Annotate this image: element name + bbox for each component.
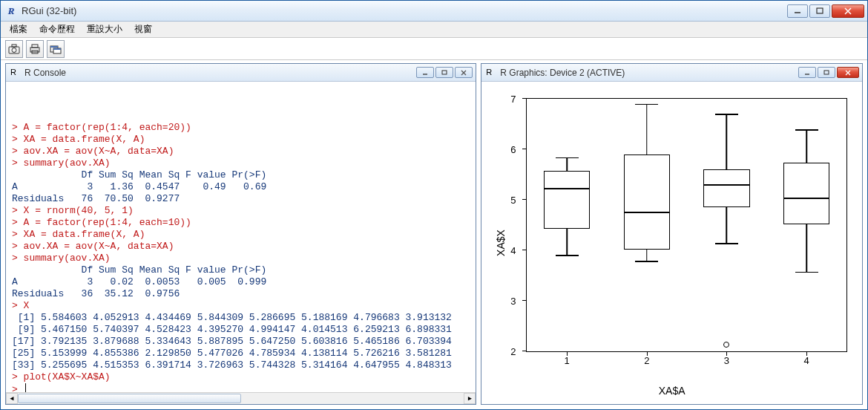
whisker-upper	[806, 129, 807, 162]
main-titlebar[interactable]: R RGui (32-bit)	[1, 1, 867, 22]
console-input-line: > aov.XA = aov(X~A, data=XA)	[12, 241, 470, 253]
whisker-cap-lower	[715, 243, 738, 244]
minimize-button[interactable]	[787, 4, 808, 18]
graphics-minimize-button[interactable]	[798, 67, 816, 78]
outlier-point	[723, 342, 729, 348]
windows-icon[interactable]	[47, 40, 65, 58]
x-tick-label: 1	[565, 355, 570, 366]
median-line	[783, 198, 829, 199]
console-input-line: > X	[12, 300, 470, 312]
whisker-cap-upper	[556, 157, 579, 159]
whisker-lower	[566, 229, 568, 255]
x-tick-mark	[806, 351, 807, 356]
svg-rect-1	[817, 8, 823, 13]
whisker-cap-upper	[715, 114, 738, 115]
boxplot-group	[624, 99, 670, 351]
r-icon: R	[486, 68, 496, 78]
y-tick-label: 6	[510, 144, 516, 155]
console-output-line: [33] 5.255695 4.515353 6.391714 3.726963…	[12, 359, 470, 371]
y-tick-mark	[522, 250, 527, 250]
box	[544, 171, 590, 229]
console-maximize-button[interactable]	[435, 67, 453, 78]
mdi-client-area: R R Console > A = factor(rep(1:4, each=2…	[1, 60, 867, 409]
menu-window[interactable]: 視窗	[128, 22, 158, 37]
box	[783, 163, 829, 224]
console-output-line: Df Sum Sq Mean Sq F value Pr(>F)	[12, 169, 470, 181]
graphics-window[interactable]: R R Graphics: Device 2 (ACTIVE) XA$X XA$…	[481, 63, 863, 405]
menu-history[interactable]: 命令歷程	[33, 22, 81, 37]
y-tick-label: 5	[510, 195, 516, 206]
menu-file[interactable]: 檔案	[4, 22, 33, 37]
console-input-line: > summary(aov.XA)	[12, 253, 470, 264]
whisker-lower	[646, 250, 648, 261]
svg-rect-9	[50, 46, 58, 48]
whisker-lower	[726, 207, 728, 244]
camera-icon[interactable]	[5, 40, 23, 58]
console-output-line: [17] 3.792135 3.879688 5.334643 5.887895…	[12, 336, 470, 348]
y-tick-label: 7	[510, 94, 516, 105]
y-tick-mark	[522, 199, 527, 200]
graphics-titlebar[interactable]: R R Graphics: Device 2 (ACTIVE)	[481, 64, 862, 82]
scroll-right-icon[interactable]: ▸	[464, 393, 476, 404]
whisker-cap-upper	[795, 129, 818, 131]
y-tick-label: 2	[510, 346, 516, 357]
menu-resize[interactable]: 重設大小	[81, 22, 128, 37]
y-tick-mark	[522, 149, 527, 149]
console-title: R Console	[24, 68, 415, 78]
console-window[interactable]: R R Console > A = factor(rep(1:4, each=2…	[5, 63, 476, 405]
plot-device: XA$X XA$A 2345671234	[481, 82, 862, 404]
console-input-line: > XA = data.frame(X, A)	[12, 134, 470, 146]
console-output[interactable]: > A = factor(rep(1:4, each=20))> XA = da…	[6, 82, 476, 404]
whisker-cap-lower	[635, 261, 658, 262]
window-title: RGui (32-bit)	[22, 5, 786, 16]
menu-bar: 檔案 命令歷程 重設大小 視窗	[1, 22, 867, 38]
console-output-line: A 3 1.36 0.4547 0.49 0.69	[12, 181, 470, 193]
svg-point-4	[12, 48, 16, 52]
x-tick-label: 2	[644, 355, 649, 366]
console-output-line: Residuals 76 70.50 0.9277	[12, 193, 470, 205]
whisker-cap-upper	[635, 104, 658, 105]
console-input-line: > aov.XA = aov(X~A, data=XA)	[12, 146, 470, 157]
console-close-button[interactable]	[455, 67, 473, 78]
whisker-upper	[566, 157, 568, 171]
median-line	[703, 184, 749, 186]
scroll-left-icon[interactable]: ◂	[6, 393, 18, 404]
r-icon: R	[10, 68, 21, 78]
console-output-line: [9] 5.467150 5.740397 4.528423 4.395270 …	[12, 324, 470, 336]
y-axis-label: XA$X	[495, 230, 507, 256]
console-input-line: > plot(XA$X~XA$A)	[12, 371, 470, 383]
close-button[interactable]	[832, 4, 864, 18]
boxplot-group	[783, 99, 829, 351]
whisker-upper	[646, 104, 648, 155]
whisker-lower	[806, 224, 807, 272]
console-output-line: Residuals 36 35.12 0.9756	[12, 288, 470, 300]
console-minimize-button[interactable]	[416, 67, 434, 78]
y-tick-mark	[522, 98, 527, 99]
maximize-button[interactable]	[809, 4, 830, 18]
y-tick-mark	[522, 300, 527, 301]
boxplot-group	[544, 99, 590, 351]
console-output-line: Df Sum Sq Mean Sq F value Pr(>F)	[12, 264, 470, 276]
x-axis-label: XA$A	[659, 385, 685, 397]
y-tick-label: 3	[510, 296, 516, 307]
box	[703, 169, 749, 206]
horizontal-scrollbar[interactable]: ◂ ▸	[6, 392, 476, 404]
graphics-maximize-button[interactable]	[818, 67, 835, 78]
graphics-close-button[interactable]	[837, 67, 859, 78]
console-input-line: > X = rnorm(40, 5, 1)	[12, 205, 470, 217]
scrollbar-thumb[interactable]	[18, 394, 241, 403]
console-output-line: [25] 5.153999 4.855386 2.129850 5.477026…	[12, 348, 470, 359]
x-tick-mark	[567, 351, 568, 356]
boxplot-group	[703, 99, 749, 351]
print-icon[interactable]	[26, 40, 44, 58]
svg-rect-15	[824, 71, 829, 74]
x-tick-mark	[726, 351, 727, 356]
console-titlebar[interactable]: R R Console	[6, 64, 476, 82]
svg-rect-13	[442, 71, 447, 74]
x-tick-label: 3	[724, 355, 729, 366]
y-tick-mark	[522, 351, 527, 351]
console-input-line: > A = factor(rep(1:4, each=20))	[12, 122, 470, 134]
graphics-title: R Graphics: Device 2 (ACTIVE)	[500, 68, 797, 78]
console-input-line: > summary(aov.XA)	[12, 157, 470, 169]
toolbar	[1, 38, 867, 60]
